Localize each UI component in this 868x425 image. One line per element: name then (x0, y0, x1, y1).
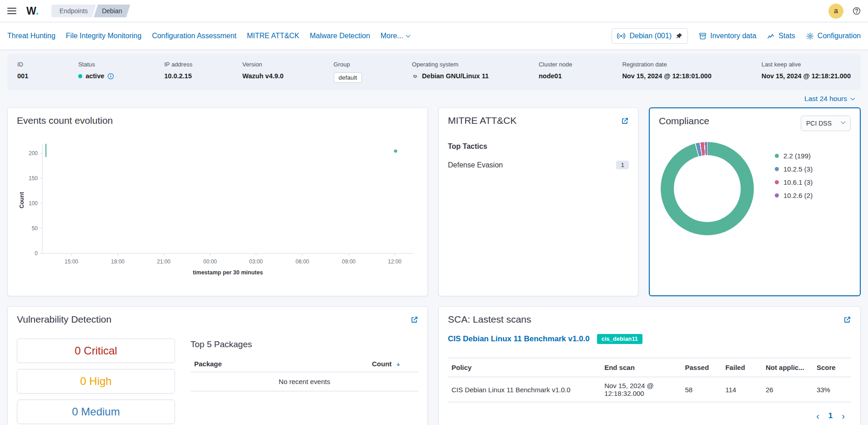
tab-configuration-assessment[interactable]: Configuration Assessment (152, 32, 236, 40)
cell-end-scan: Nov 15, 2024 @ 12:18:32.000 (601, 377, 681, 402)
next-page-icon[interactable]: › (842, 411, 845, 420)
field-value: Nov 15, 2024 @ 12:18:01.000 (622, 72, 711, 80)
x-axis-ticks: 15:00 18:00 21:00 00:00 03:00 06:00 09:0… (65, 253, 401, 265)
group-badge[interactable]: default (334, 72, 362, 83)
legend-item: 2.2 (199) (775, 149, 813, 162)
tab-more-label: More... (381, 32, 403, 40)
tab-more[interactable]: More... (381, 32, 410, 40)
avatar[interactable]: a (828, 4, 843, 19)
broadcast-icon (617, 32, 625, 40)
agent-field-version: Version Wazuh v4.9.0 (242, 61, 284, 83)
mitre-attack-panel: MITRE ATT&CK Top Tactics Defense Evasion… (438, 107, 638, 296)
legend-item: 10.2.6 (2) (775, 189, 813, 202)
stats-icon (767, 32, 775, 40)
column-package: Package (191, 356, 368, 372)
inventory-icon (699, 32, 707, 40)
y-axis-ticks: 0 50 100 150 200 (29, 150, 42, 257)
tactic-count-badge: 1 (616, 161, 629, 169)
legend-label: 10.2.5 (3) (783, 165, 813, 173)
column-count[interactable]: Count (368, 356, 418, 372)
breadcrumb-endpoints[interactable]: Endpoints (51, 5, 96, 17)
debian-os-icon (412, 73, 419, 80)
tab-mitre-attack[interactable]: MITRE ATT&CK (247, 32, 299, 40)
column-end-scan: End scan (601, 358, 681, 377)
field-value: 001 (17, 72, 28, 80)
cell-policy: CIS Debian Linux 11 Benchmark v1.0.0 (448, 377, 601, 402)
chevron-down-icon (841, 120, 846, 124)
x-axis-title: timestamp per 30 minutes (193, 269, 263, 276)
agent-field-cluster-node: Cluster node node01 (539, 61, 572, 83)
top-packages-title: Top 5 Packages (191, 339, 418, 349)
policy-link[interactable]: CIS Debian Linux 11 Benchmark v1.0.0 (448, 334, 590, 344)
svg-text:21:00: 21:00 (157, 258, 171, 265)
events-line-chart: 0 50 100 150 200 15:00 18:00 (17, 139, 419, 289)
compliance-legend: 2.2 (199) 10.2.5 (3) 10.6.1 (3) 10.2.6 (… (775, 149, 813, 235)
chevron-down-icon (851, 96, 855, 100)
wazuh-logo[interactable]: W. (26, 5, 39, 17)
events-panel-title: Events count evolution (17, 115, 418, 126)
cell-not-applicable: 26 (762, 377, 813, 402)
compliance-panel-title: Compliance (659, 116, 709, 126)
legend-label: 10.2.6 (2) (783, 192, 813, 199)
svg-text:03:00: 03:00 (249, 258, 263, 265)
svg-text:100: 100 (29, 200, 38, 207)
compliance-framework-select[interactable]: PCI DSS (801, 116, 851, 131)
prev-page-icon[interactable]: ‹ (816, 411, 819, 420)
main-content: ID 001 Status active IP address 10.0.2.1… (0, 54, 868, 425)
tab-threat-hunting[interactable]: Threat Hunting (7, 32, 55, 40)
column-passed: Passed (682, 358, 722, 377)
external-link-icon[interactable] (621, 117, 629, 125)
field-label: Status (78, 61, 114, 68)
agent-selector[interactable]: Debian (001) (612, 28, 688, 44)
tab-file-integrity-monitoring[interactable]: File Integrity Monitoring (66, 32, 141, 40)
table-row[interactable]: CIS Debian Linux 11 Benchmark v1.0.0 Nov… (448, 377, 851, 402)
gear-icon (806, 32, 814, 40)
severity-card-high[interactable]: 0 High (17, 369, 175, 394)
time-range-picker[interactable]: Last 24 hours (804, 95, 854, 103)
status-badge: active (85, 72, 104, 80)
column-score: Score (813, 358, 851, 377)
agent-field-last-keep-alive: Last keep alive Nov 15, 2024 @ 12:18:21.… (762, 61, 851, 83)
series-point (394, 149, 397, 152)
field-label: Version (242, 61, 284, 68)
external-link-icon[interactable] (843, 316, 851, 324)
svg-text:15:00: 15:00 (65, 258, 78, 265)
nav-stats[interactable]: Stats (767, 32, 795, 40)
cell-passed: 58 (682, 377, 722, 402)
severity-card-medium[interactable]: 0 Medium (17, 400, 175, 424)
legend-label: 10.6.1 (3) (783, 178, 813, 186)
sca-panel-title: SCA: Lastest scans (448, 314, 531, 325)
pagination: ‹ 1 › (448, 411, 851, 420)
agent-field-id: ID 001 (17, 61, 28, 83)
nav-inventory-data[interactable]: Inventory data (699, 32, 756, 40)
selected-framework: PCI DSS (806, 120, 832, 127)
severity-card-critical[interactable]: 0 Critical (17, 339, 175, 363)
help-icon[interactable] (853, 7, 861, 15)
page-number[interactable]: 1 (828, 411, 833, 420)
svg-text:06:00: 06:00 (296, 258, 309, 265)
field-value: Wazuh v4.9.0 (242, 72, 284, 80)
events-count-panel: Events count evolution 0 50 100 150 200 (7, 107, 428, 296)
external-link-icon[interactable] (411, 316, 418, 324)
cell-failed: 114 (722, 377, 762, 402)
column-count-label: Count (372, 360, 391, 368)
pin-icon[interactable] (676, 33, 682, 40)
tab-malware-detection[interactable]: Malware Detection (310, 32, 370, 40)
menu-icon[interactable] (7, 8, 16, 14)
sca-scans-panel: SCA: Lastest scans CIS Debian Linux 11 B… (438, 306, 861, 425)
nav-stats-label: Stats (778, 32, 795, 40)
legend-dot (775, 180, 779, 184)
vuln-panel-title: Vulnerability Detection (17, 314, 111, 325)
field-label: ID (17, 61, 28, 68)
info-icon[interactable] (107, 73, 114, 80)
agent-field-status: Status active (78, 61, 114, 83)
legend-dot (775, 154, 779, 158)
tactic-row[interactable]: Defense Evasion 1 (448, 161, 629, 169)
field-label: Group (334, 61, 362, 68)
svg-text:0: 0 (35, 250, 38, 257)
nav-configuration[interactable]: Configuration (806, 32, 861, 40)
svg-text:18:00: 18:00 (111, 258, 125, 265)
column-failed: Failed (722, 358, 762, 377)
agent-field-registration-date: Registration date Nov 15, 2024 @ 12:18:0… (622, 61, 711, 83)
vulnerability-detection-panel: Vulnerability Detection 0 Critical 0 Hig… (7, 306, 428, 425)
